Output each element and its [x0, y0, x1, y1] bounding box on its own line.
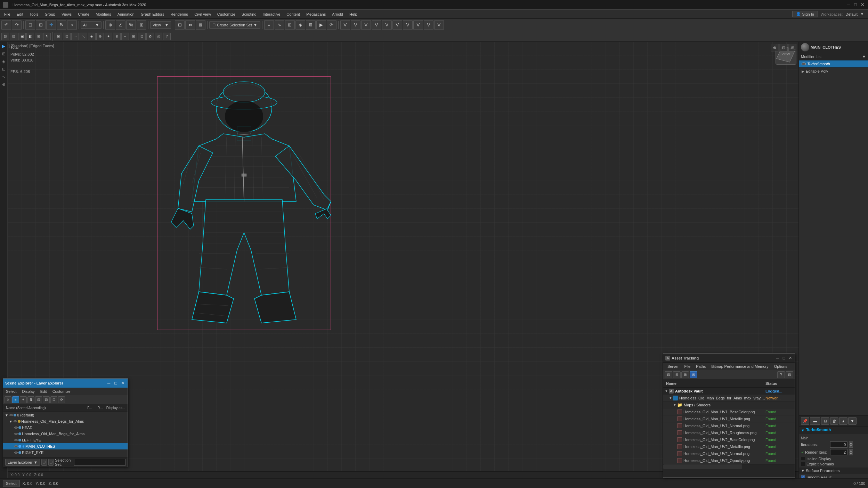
ts-isoline-checkbox[interactable]	[801, 457, 805, 461]
vray-btn9[interactable]: V	[424, 20, 433, 30]
at-close-button[interactable]: ✕	[788, 356, 793, 361]
vc-btn1[interactable]: ⊕	[771, 44, 778, 51]
at-scrollbar-thumb[interactable]	[663, 464, 742, 469]
at-row-img-3[interactable]: Homeless_Old_Man_UV1_Normal.png Found	[663, 422, 795, 429]
curve-editor-button[interactable]: ∿	[275, 20, 284, 30]
tb2-btn9[interactable]: ⋯	[71, 33, 79, 40]
tb2-btn6[interactable]: ↻	[43, 33, 51, 40]
se-menu-customize[interactable]: Customize	[50, 389, 73, 394]
vray-btn5[interactable]: V	[382, 20, 392, 30]
at-scrollbar[interactable]	[663, 464, 795, 469]
at-expand-vault[interactable]: ▼	[665, 389, 668, 393]
vray-btn2[interactable]: V	[351, 20, 360, 30]
at-menu-file[interactable]: File	[681, 364, 693, 369]
se-menu-edit[interactable]: Edit	[38, 389, 50, 394]
render-setup-button[interactable]: 🖥	[306, 20, 316, 30]
ts-iter-down[interactable]: ▼	[849, 445, 853, 448]
vc-btn2[interactable]: ⊡	[780, 44, 787, 51]
menu-civil-view[interactable]: Civil View	[192, 11, 213, 17]
se-tb-layer[interactable]: ≡	[12, 396, 19, 403]
se-row-main-clothes[interactable]: ❄ MAIN_CLOTHES	[3, 443, 128, 449]
se-expand-homeless[interactable]: ▼	[9, 419, 13, 423]
menu-rendering[interactable]: Rendering	[168, 11, 191, 17]
align-button[interactable]: ⊠	[196, 20, 205, 30]
at-tb-btn1[interactable]: ⊡	[665, 371, 672, 378]
ts-ri-up[interactable]: ▲	[849, 449, 853, 452]
mod-wire-button[interactable]: ⊡	[821, 417, 829, 425]
vray-btn8[interactable]: V	[413, 20, 423, 30]
at-row-img-8[interactable]: Homeless_Old_Man_UV2_Opacity.png Found	[663, 457, 795, 464]
li-icon-2[interactable]: ⊞	[1, 51, 7, 57]
vray-btn10[interactable]: V	[434, 20, 444, 30]
tb2-btn2[interactable]: ⊡	[10, 33, 17, 40]
view-dropdown[interactable]: View ▼	[150, 21, 171, 29]
maximize-button[interactable]: □	[853, 2, 858, 8]
undo-button[interactable]: ↶	[1, 20, 11, 30]
se-tb-filter[interactable]: ⊡	[35, 396, 42, 403]
at-row-img-6[interactable]: Homeless_Old_Man_UV2_Metallic.png Found	[663, 443, 795, 450]
se-row-head[interactable]: HEAD	[3, 424, 128, 431]
li-icon-4[interactable]: ⊡	[1, 66, 7, 72]
schematic-view-button[interactable]: ⊞	[285, 20, 295, 30]
se-footer-btn2[interactable]: ⊡	[48, 459, 54, 466]
tb2-btn4[interactable]: ◧	[26, 33, 34, 40]
tb2-btn8[interactable]: ⊡	[63, 33, 71, 40]
at-tb-btn2[interactable]: ⊞	[673, 371, 681, 378]
at-restore-button[interactable]: □	[781, 356, 786, 361]
at-row-max-file[interactable]: ▼ Homeless_Old_Man_Begs_for_Alms_max_vra…	[663, 395, 795, 402]
menu-edit[interactable]: Edit	[14, 11, 26, 17]
li-icon-1[interactable]: ▶	[1, 43, 7, 49]
menu-interactive[interactable]: Interactive	[260, 11, 283, 17]
menu-scripting[interactable]: Scripting	[239, 11, 259, 17]
at-menu-options[interactable]: Options	[771, 364, 790, 369]
se-row-default-layer[interactable]: ▼ 0 (default)	[3, 412, 128, 418]
tb2-btn16[interactable]: ⊞	[130, 33, 137, 40]
tb2-btn10[interactable]: ⋱	[80, 33, 87, 40]
percent-snap-button[interactable]: %	[126, 20, 136, 30]
at-expand-maps[interactable]: ▼	[673, 403, 676, 407]
se-menu-display[interactable]: Display	[19, 389, 38, 394]
menu-megascans[interactable]: Megascans	[303, 11, 328, 17]
close-button[interactable]: ✕	[860, 2, 865, 8]
menu-help[interactable]: Help	[347, 11, 360, 17]
snap-toggle-button[interactable]: ⊕	[105, 20, 115, 30]
render-iterative-button[interactable]: ⟳	[327, 20, 336, 30]
render-frame-button[interactable]: ▶	[316, 20, 326, 30]
se-tb-refresh[interactable]: ⟳	[58, 396, 65, 403]
angle-snap-button[interactable]: ∠	[116, 20, 125, 30]
tb2-btn19[interactable]: ◎	[155, 33, 162, 40]
mod-delete-button[interactable]: 🗑	[830, 417, 838, 425]
se-selection-set-input[interactable]	[74, 459, 125, 466]
vray-btn7[interactable]: V	[403, 20, 413, 30]
at-minimize-button[interactable]: ─	[775, 356, 780, 361]
se-menu-select[interactable]: Select	[3, 389, 19, 394]
ts-surface-params-header[interactable]: ▼ Surface Parameters	[799, 468, 868, 474]
menu-modifiers[interactable]: Modifiers	[93, 11, 114, 17]
ts-iter-up[interactable]: ▲	[849, 441, 853, 445]
at-tb-btn6[interactable]: ⊡	[786, 371, 793, 378]
menu-arnold[interactable]: Arnold	[329, 11, 346, 17]
at-menu-server[interactable]: Server	[665, 364, 681, 369]
menu-animation[interactable]: Animation	[115, 11, 137, 17]
menu-customize[interactable]: Customize	[214, 11, 238, 17]
li-icon-5[interactable]: ∿	[1, 74, 7, 80]
se-expand-default[interactable]: ▼	[5, 413, 9, 417]
ts-iterations-input[interactable]	[830, 441, 847, 448]
ts-render-iters-input[interactable]	[830, 449, 847, 455]
move-button[interactable]: ✛	[46, 20, 56, 30]
ts-ri-down[interactable]: ▼	[849, 452, 853, 455]
se-footer-btn1[interactable]: ⊞	[41, 459, 47, 466]
se-minimize-button[interactable]: ─	[106, 380, 112, 386]
se-explorer-type-dropdown[interactable]: Layer Explorer ▼	[5, 459, 40, 466]
se-row-homeless-parent[interactable]: ▼ Homeless_Old_Man_Begs_for_Alms	[3, 418, 128, 424]
mod-up-button[interactable]: ▲	[839, 417, 847, 425]
at-row-img-4[interactable]: Homeless_Old_Man_UV1_Roughness.png Found	[663, 429, 795, 436]
menu-tools[interactable]: Tools	[27, 11, 41, 17]
se-tb-close[interactable]: ✕	[5, 396, 11, 403]
se-row-left-eye[interactable]: LEFT_EYE	[3, 437, 128, 443]
tb2-btn20[interactable]: ?	[163, 33, 171, 40]
create-selection-set-button[interactable]: ⊡ Create Selection Set ▼	[209, 21, 260, 29]
se-row-homeless-sub[interactable]: Homeless_Old_Man_Begs_for_Alms	[3, 431, 128, 437]
vc-btn3[interactable]: ⊞	[789, 44, 796, 51]
named-sel-sets-button[interactable]: ⊟	[175, 20, 185, 30]
